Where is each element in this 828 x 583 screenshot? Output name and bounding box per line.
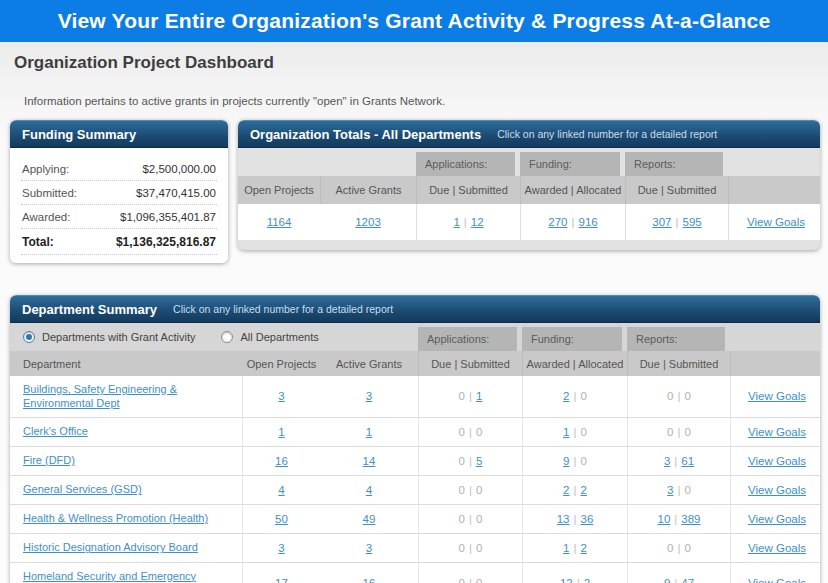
reports-submitted-link[interactable]: 61 bbox=[681, 455, 694, 467]
department-link[interactable]: Historic Designation Advisory Board bbox=[23, 540, 198, 554]
page-title: Organization Project Dashboard bbox=[14, 53, 828, 73]
reports-submitted-link[interactable]: 47 bbox=[681, 577, 694, 583]
open-projects-link[interactable]: 17 bbox=[275, 577, 288, 583]
reports-submitted-value: 0 bbox=[685, 390, 691, 402]
spacer bbox=[730, 323, 820, 351]
open-projects-link[interactable]: 1164 bbox=[267, 216, 292, 228]
funding-label: Submitted: bbox=[22, 187, 77, 199]
funding-summary-body: Applying: $2,500,000.00 Submitted: $37,4… bbox=[10, 148, 228, 263]
pipe-separator: | bbox=[465, 390, 476, 402]
active-grants-link[interactable]: 1203 bbox=[355, 216, 381, 228]
funding-allocated-link[interactable]: 2 bbox=[584, 577, 590, 583]
pipe-separator: | bbox=[570, 484, 581, 496]
funding-awarded-link[interactable]: 270 bbox=[548, 216, 567, 228]
radio-selected-icon[interactable] bbox=[23, 331, 35, 343]
department-link[interactable]: Fire (DFD) bbox=[23, 453, 75, 467]
organization-totals-header: Organization Totals - All Departments Cl… bbox=[238, 120, 820, 148]
department-link[interactable]: Buildings, Safety Engineering & Environm… bbox=[23, 382, 232, 411]
active-grants-link[interactable]: 14 bbox=[363, 455, 376, 467]
funding-value: $37,470,415.00 bbox=[136, 187, 216, 199]
table-row: Historic Designation Advisory Board 3 3 … bbox=[10, 534, 820, 563]
department-link[interactable]: Clerk's Office bbox=[23, 424, 88, 438]
funding-allocated-link[interactable]: 36 bbox=[581, 513, 594, 525]
active-grants-link[interactable]: 3 bbox=[366, 390, 372, 402]
column-header-awarded-allocated: Awarded | Allocated bbox=[520, 176, 625, 204]
top-panels-row: Funding Summary Applying: $2,500,000.00 … bbox=[10, 120, 820, 263]
funding-summary-header: Funding Summary bbox=[10, 120, 228, 148]
spacer bbox=[238, 148, 320, 176]
view-goals-link[interactable]: View Goals bbox=[748, 426, 806, 438]
organization-totals-panel: Organization Totals - All Departments Cl… bbox=[238, 120, 820, 250]
view-goals-link[interactable]: View Goals bbox=[748, 513, 806, 525]
department-link[interactable]: Health & Wellness Promotion (Health) bbox=[23, 511, 208, 525]
funding-awarded-link[interactable]: 12 bbox=[560, 577, 573, 583]
pipe-separator: | bbox=[674, 426, 685, 438]
funding-allocated-link[interactable]: 2 bbox=[581, 542, 587, 554]
filter-radio-all-departments[interactable]: All Departments bbox=[221, 331, 318, 343]
pipe-separator: | bbox=[465, 577, 476, 583]
pipe-separator: | bbox=[674, 484, 685, 496]
view-goals-link[interactable]: View Goals bbox=[748, 542, 806, 554]
column-header-department: Department bbox=[10, 351, 243, 376]
open-projects-link[interactable]: 50 bbox=[275, 513, 288, 525]
applications-submitted-link[interactable]: 5 bbox=[476, 455, 482, 467]
active-grants-link[interactable]: 49 bbox=[363, 513, 376, 525]
view-goals-link[interactable]: View Goals bbox=[748, 390, 806, 402]
funding-label: Total: bbox=[22, 235, 54, 249]
department-link[interactable]: General Services (GSD) bbox=[23, 482, 142, 496]
pipe-separator: | bbox=[570, 542, 581, 554]
pipe-separator: | bbox=[670, 513, 681, 525]
reports-submitted-value: 0 bbox=[685, 426, 691, 438]
open-projects-link[interactable]: 3 bbox=[278, 542, 284, 554]
filter-radio-label: Departments with Grant Activity bbox=[42, 331, 195, 343]
view-goals-link[interactable]: View Goals bbox=[747, 216, 805, 228]
active-grants-link[interactable]: 16 bbox=[363, 577, 376, 583]
open-projects-link[interactable]: 3 bbox=[278, 390, 284, 402]
funding-row-awarded: Awarded: $1,096,355,401.87 bbox=[21, 205, 217, 229]
reports-due-link[interactable]: 307 bbox=[652, 216, 671, 228]
active-grants-link[interactable]: 1 bbox=[366, 426, 372, 438]
group-header-reports: Reports: bbox=[627, 327, 725, 351]
pipe-separator: | bbox=[465, 484, 476, 496]
funding-awarded-link[interactable]: 13 bbox=[557, 513, 570, 525]
funding-row-submitted: Submitted: $37,470,415.00 bbox=[21, 181, 217, 205]
funding-row-applying: Applying: $2,500,000.00 bbox=[21, 157, 217, 181]
filter-radio-grant-activity[interactable]: Departments with Grant Activity bbox=[23, 331, 195, 343]
pipe-separator: | bbox=[674, 542, 685, 554]
view-goals-link[interactable]: View Goals bbox=[748, 484, 806, 496]
applications-submitted-link[interactable]: 1 bbox=[476, 390, 482, 402]
radio-unselected-icon[interactable] bbox=[221, 331, 233, 343]
reports-submitted-link[interactable]: 389 bbox=[681, 513, 700, 525]
department-summary-title: Department Summary bbox=[22, 302, 157, 317]
department-summary-table-body: Buildings, Safety Engineering & Environm… bbox=[10, 376, 820, 583]
pipe-separator: | bbox=[670, 455, 681, 467]
department-summary-subtitle: Click on any linked number for a detaile… bbox=[173, 303, 393, 315]
banner-title: View Your Entire Organization's Grant Ac… bbox=[58, 9, 771, 33]
group-header-reports: Reports: bbox=[625, 152, 723, 176]
department-summary-panel: Department Summary Click on any linked n… bbox=[10, 295, 820, 583]
open-projects-link[interactable]: 4 bbox=[278, 484, 284, 496]
view-goals-link[interactable]: View Goals bbox=[748, 455, 806, 467]
pipe-separator: | bbox=[672, 216, 683, 228]
funding-allocated-link[interactable]: 2 bbox=[581, 484, 587, 496]
active-grants-link[interactable]: 3 bbox=[366, 542, 372, 554]
open-projects-link[interactable]: 1 bbox=[278, 426, 284, 438]
table-row: Buildings, Safety Engineering & Environm… bbox=[10, 376, 820, 418]
pipe-separator: | bbox=[573, 577, 584, 583]
department-link[interactable]: Homeland Security and Emergency Manageme… bbox=[23, 569, 232, 583]
funding-allocated-value: 0 bbox=[581, 390, 587, 402]
table-row: Homeland Security and Emergency Manageme… bbox=[10, 563, 820, 583]
view-goals-link[interactable]: View Goals bbox=[748, 577, 806, 583]
reports-due-link[interactable]: 10 bbox=[658, 513, 671, 525]
funding-allocated-link[interactable]: 916 bbox=[579, 216, 598, 228]
applications-submitted-link[interactable]: 12 bbox=[471, 216, 484, 228]
column-header-apps-due-submitted: Due | Submitted bbox=[416, 176, 520, 204]
reports-submitted-link[interactable]: 595 bbox=[683, 216, 702, 228]
active-grants-link[interactable]: 4 bbox=[366, 484, 372, 496]
table-row: General Services (GSD) 4 4 0|0 2|2 3|0 V… bbox=[10, 476, 820, 505]
funding-value: $2,500,000.00 bbox=[142, 163, 216, 175]
funding-summary-title: Funding Summary bbox=[22, 127, 136, 142]
applications-submitted-value: 0 bbox=[476, 426, 482, 438]
open-projects-link[interactable]: 16 bbox=[275, 455, 288, 467]
group-header-applications: Applications: bbox=[416, 152, 515, 176]
